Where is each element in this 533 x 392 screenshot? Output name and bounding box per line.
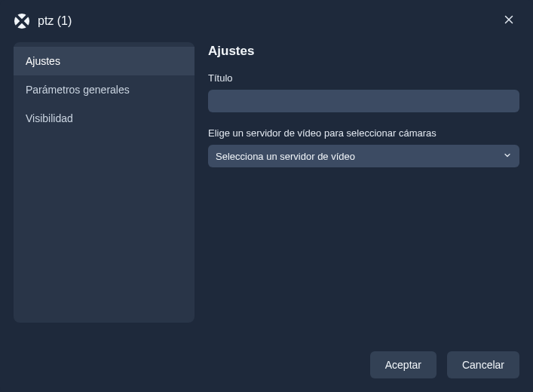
- close-button[interactable]: [498, 11, 519, 32]
- app-logo-icon: [14, 13, 30, 29]
- dialog-header: ptz (1): [0, 0, 533, 42]
- sidebar-item-label: Visibilidad: [26, 112, 73, 124]
- title-field-label: Título: [208, 72, 519, 84]
- cancel-button[interactable]: Cancelar: [447, 351, 519, 378]
- server-select-wrap: Selecciona un servidor de vídeo: [208, 145, 519, 167]
- content-panel: Ajustes Título Elige un servidor de víde…: [208, 42, 519, 339]
- sidebar-item-label: Parámetros generales: [26, 84, 130, 96]
- server-field-label: Elige un servidor de vídeo para seleccio…: [208, 127, 519, 139]
- server-select[interactable]: Selecciona un servidor de vídeo: [208, 145, 519, 167]
- sidebar-item-parametros[interactable]: Parámetros generales: [14, 75, 195, 104]
- content-heading: Ajustes: [208, 44, 519, 59]
- close-icon: [502, 13, 516, 29]
- dialog: ptz (1) Ajustes Parámetros generales Vis…: [0, 0, 533, 392]
- sidebar-item-ajustes[interactable]: Ajustes: [14, 47, 195, 75]
- dialog-body: Ajustes Parámetros generales Visibilidad…: [0, 42, 533, 339]
- sidebar: Ajustes Parámetros generales Visibilidad: [14, 42, 195, 323]
- sidebar-item-visibilidad[interactable]: Visibilidad: [14, 104, 195, 133]
- title-input[interactable]: [208, 90, 519, 112]
- sidebar-item-label: Ajustes: [26, 55, 60, 67]
- accept-button[interactable]: Aceptar: [370, 351, 437, 378]
- dialog-title: ptz (1): [38, 14, 491, 28]
- dialog-footer: Aceptar Cancelar: [0, 339, 533, 392]
